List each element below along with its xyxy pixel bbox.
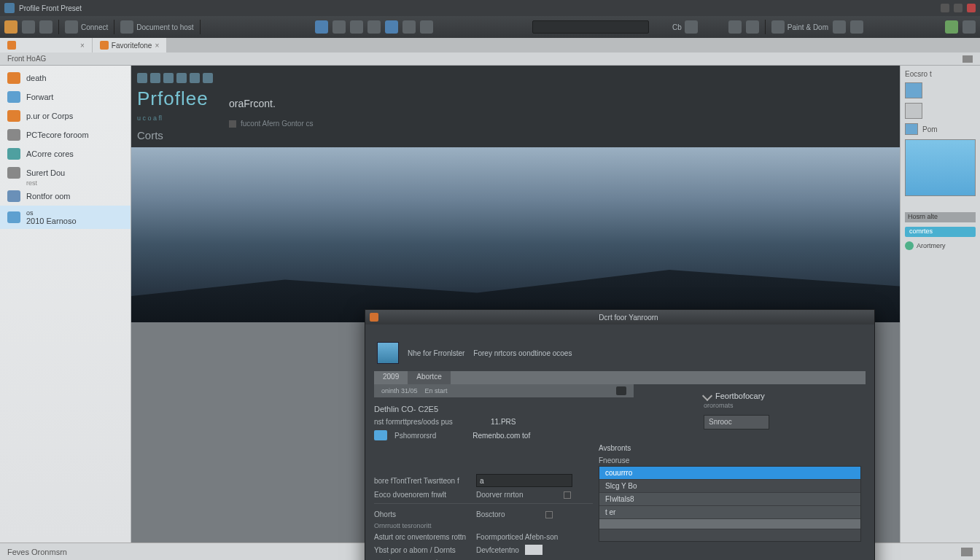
sidebar-item-6[interactable]: Rontfor oom bbox=[0, 187, 131, 206]
minimize-button[interactable] bbox=[941, 4, 949, 12]
checkbox[interactable] bbox=[545, 511, 553, 518]
tab-2[interactable]: Favoritefone × bbox=[93, 38, 167, 52]
rightcol-input[interactable]: Snrooc bbox=[704, 415, 769, 429]
view-icon-1[interactable] bbox=[315, 20, 328, 34]
sidebar-item-4[interactable]: ACorre cores bbox=[0, 144, 131, 163]
dialog-tab-b[interactable]: Abortce bbox=[408, 371, 450, 384]
tool-label: Connect bbox=[81, 23, 108, 31]
separator bbox=[58, 20, 59, 34]
list-item[interactable]: FIwltals8 bbox=[599, 493, 860, 506]
app-icon bbox=[4, 3, 15, 13]
profile-icon bbox=[377, 342, 399, 364]
hero-mini-icon[interactable] bbox=[137, 73, 147, 83]
filter-icon bbox=[702, 391, 712, 401]
close-button[interactable] bbox=[967, 4, 976, 12]
sidebar-item-7[interactable]: os 2010 Earnoso bbox=[0, 206, 131, 229]
tabstrip-empty bbox=[167, 38, 980, 52]
panel-pill[interactable]: comrtes bbox=[905, 227, 976, 237]
document-tabs: × Favoritefone × bbox=[0, 38, 980, 52]
number-input[interactable] bbox=[525, 545, 542, 555]
color-chip[interactable] bbox=[374, 430, 387, 440]
window-controls bbox=[941, 4, 976, 12]
panel-item[interactable]: Arortmery bbox=[905, 241, 976, 250]
right-panel: Eocsro t Pom Hosrn alte comrtes Arortmer… bbox=[900, 66, 980, 542]
view-icon-2[interactable] bbox=[332, 20, 346, 34]
info-row-2: Pshomrorsrd Remenbo.com tof bbox=[374, 430, 866, 440]
tab-1[interactable]: × bbox=[0, 38, 93, 52]
panel-item-label: Arortmery bbox=[917, 242, 946, 249]
sidebar-item-label: p.ur or Corps bbox=[26, 112, 73, 120]
dialog-icon bbox=[370, 313, 378, 322]
form-label: bore fTontTrert Twsrtteon f bbox=[374, 477, 470, 485]
form-row: Ybst por o aborn / Dornts Devfcetentno bbox=[374, 545, 593, 555]
sidebar-item-2[interactable]: p.ur or Corps bbox=[0, 106, 131, 125]
hero-subtitle-2: Corts bbox=[137, 129, 213, 141]
tab-close-icon[interactable]: × bbox=[80, 42, 85, 50]
list-item[interactable]: t er bbox=[599, 506, 860, 519]
gear-icon[interactable] bbox=[850, 20, 863, 34]
row-label: Pshomrorsrd bbox=[394, 432, 436, 440]
dialog-right-column: Feortbofocary ororomats Snrooc bbox=[704, 392, 864, 429]
mail-icon[interactable] bbox=[746, 20, 759, 34]
view-icon-6[interactable] bbox=[402, 20, 416, 34]
preview-thumbnail[interactable] bbox=[905, 139, 976, 196]
collapse-icon[interactable] bbox=[962, 55, 973, 63]
form-value: Doorver rnrton bbox=[476, 491, 523, 499]
swatch-icon bbox=[905, 123, 918, 135]
hero-mini-icon[interactable] bbox=[150, 73, 160, 83]
hero-mini-icon[interactable] bbox=[190, 73, 200, 83]
leaf-icon bbox=[7, 110, 20, 122]
toolbar-search[interactable] bbox=[532, 20, 649, 34]
form-row: bore fTontTrert Twsrtteon f bbox=[374, 474, 593, 487]
sidebar-item-1[interactable]: Forwart bbox=[0, 88, 131, 106]
globe-icon[interactable] bbox=[728, 20, 742, 34]
hero-mini-icon[interactable] bbox=[176, 73, 187, 83]
form-label: Ohorts bbox=[374, 510, 470, 518]
dropdown-icon[interactable] bbox=[616, 386, 626, 395]
list-item[interactable]: Slcg Y Bo bbox=[599, 480, 860, 493]
tool-group-2[interactable]: Document to host bbox=[120, 20, 193, 34]
paint-icon bbox=[771, 20, 785, 34]
panel-row[interactable]: Pom bbox=[905, 123, 976, 135]
help-icon[interactable] bbox=[962, 20, 976, 34]
dialog-tab-a[interactable]: 2009 bbox=[374, 371, 408, 384]
hero-header: Prfoflee u c o a fl Corts oraFrcont. fuc… bbox=[131, 66, 900, 147]
form-value: Devfcetentno bbox=[476, 546, 519, 554]
flag-icon[interactable] bbox=[945, 20, 958, 34]
tool-label: Cb bbox=[672, 23, 682, 31]
tool-label: Document to host bbox=[136, 23, 193, 31]
view-icon-4[interactable] bbox=[368, 20, 381, 34]
lock-icon[interactable] bbox=[833, 20, 846, 34]
maximize-button[interactable] bbox=[954, 4, 962, 12]
form-value: Bosctoro bbox=[476, 510, 505, 518]
dialog-titlebar[interactable]: Dcrt foor Yanroorn bbox=[365, 310, 874, 324]
hero-mini-icon[interactable] bbox=[203, 73, 213, 83]
view-icon-5[interactable] bbox=[385, 20, 398, 34]
options-listbox[interactable]: couurrro Slcg Y Bo FIwltals8 t er bbox=[599, 466, 861, 542]
settings-dialog: Dcrt foor Yanroorn Nhe for Frronlster Fo… bbox=[365, 309, 875, 560]
view-icon-3[interactable] bbox=[350, 20, 363, 34]
tool-icon-2[interactable] bbox=[39, 20, 52, 34]
text-input[interactable] bbox=[476, 474, 572, 487]
subtoolbar-label: oninth 31/05 bbox=[381, 387, 418, 394]
form-label: Ybst por o aborn / Dornts bbox=[374, 546, 470, 554]
tab-close-icon[interactable]: × bbox=[155, 42, 159, 50]
list-advanced-label: Avsbronts bbox=[599, 444, 861, 452]
view-icon-7[interactable] bbox=[420, 20, 433, 34]
tool-group-1[interactable]: Connect bbox=[65, 20, 108, 34]
sidebar-item-0[interactable]: death bbox=[0, 69, 131, 88]
tool-right[interactable]: Paint & Dom bbox=[771, 20, 828, 34]
home-icon[interactable] bbox=[4, 20, 18, 34]
dialog-subtoolbar: oninth 31/05 En start bbox=[374, 384, 634, 397]
sidebar-item-label: ACorre cores bbox=[26, 149, 74, 158]
thumbnail[interactable] bbox=[905, 82, 922, 98]
tool-cb[interactable]: Cb bbox=[672, 20, 698, 34]
list-item[interactable]: couurrro bbox=[599, 467, 860, 480]
tool-icon-1[interactable] bbox=[22, 20, 35, 34]
sidebar-item-3[interactable]: PCTecore foroom bbox=[0, 125, 131, 144]
thumbnail[interactable] bbox=[905, 103, 922, 119]
list-separator bbox=[599, 519, 860, 529]
checkbox[interactable] bbox=[564, 491, 571, 499]
breadcrumb-bar: Front HoAG bbox=[0, 52, 980, 66]
hero-mini-icon[interactable] bbox=[163, 73, 174, 83]
